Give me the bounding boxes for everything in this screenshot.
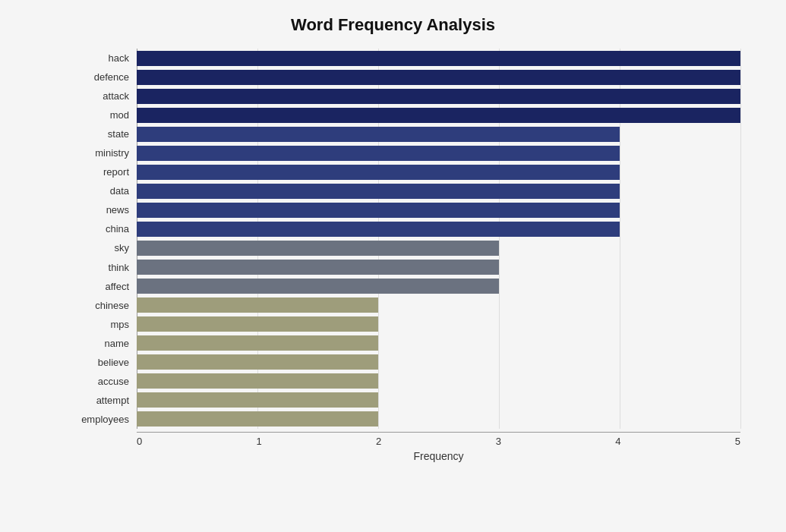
bar-fill-data	[137, 184, 620, 199]
bar-track-china	[137, 222, 740, 237]
x-tick-1: 1	[257, 436, 262, 447]
bar-track-name	[137, 335, 740, 351]
bar-label-china: china	[76, 223, 137, 235]
bar-track-hack	[137, 51, 740, 66]
bar-row-news: news	[137, 200, 740, 219]
bar-row-attack: attack	[137, 87, 740, 105]
bar-label-defence: defence	[76, 71, 137, 83]
bar-row-believe: believe	[137, 353, 740, 372]
bar-fill-mps	[137, 316, 378, 332]
bar-track-state	[137, 127, 740, 142]
bar-track-data	[137, 184, 740, 199]
bar-row-state: state	[137, 124, 740, 143]
bar-fill-employees	[137, 411, 378, 427]
bar-label-attempt: attempt	[76, 395, 137, 406]
bar-fill-ministry	[137, 146, 620, 161]
bar-fill-chinese	[137, 297, 378, 313]
bar-row-report: report	[137, 162, 740, 181]
bar-row-data: data	[137, 181, 740, 200]
bar-label-hack: hack	[76, 52, 137, 64]
bar-label-sky: sky	[76, 242, 137, 253]
bar-track-attack	[137, 89, 740, 104]
bar-track-chinese	[137, 297, 740, 313]
bar-fill-mod	[137, 108, 740, 123]
chart-container: Word Frequency Analysis hackdefenceattac…	[0, 0, 786, 532]
bar-label-data: data	[76, 185, 137, 197]
bar-row-ministry: ministry	[137, 143, 740, 162]
bar-fill-attack	[137, 89, 740, 104]
bar-row-affect: affect	[137, 277, 740, 296]
bar-track-mps	[137, 316, 740, 332]
grid-line-5	[740, 49, 741, 429]
bar-label-report: report	[76, 166, 137, 178]
bar-track-sky	[137, 241, 740, 256]
bar-row-mps: mps	[137, 315, 740, 334]
bar-row-think: think	[137, 258, 740, 277]
bar-row-attempt: attempt	[137, 391, 740, 410]
bar-fill-affect	[137, 279, 499, 294]
bar-label-employees: employees	[76, 414, 137, 425]
bar-track-ministry	[137, 146, 740, 161]
bar-row-employees: employees	[137, 410, 740, 429]
bar-label-affect: affect	[76, 281, 137, 292]
bar-track-employees	[137, 411, 740, 427]
x-tick-0: 0	[137, 436, 142, 447]
bar-label-mps: mps	[76, 319, 137, 330]
bar-track-believe	[137, 354, 740, 370]
bar-fill-state	[137, 127, 620, 142]
bar-label-think: think	[76, 262, 137, 273]
bar-label-accuse: accuse	[76, 376, 137, 387]
bar-fill-china	[137, 222, 620, 237]
bar-row-defence: defence	[137, 68, 740, 87]
bar-track-attempt	[137, 392, 740, 408]
bar-track-affect	[137, 279, 740, 294]
x-tick-4: 4	[615, 436, 620, 447]
bar-label-ministry: ministry	[76, 147, 137, 159]
bar-track-news	[137, 203, 740, 218]
bar-track-defence	[137, 70, 740, 85]
bar-row-hack: hack	[137, 49, 740, 68]
x-tick-2: 2	[376, 436, 381, 447]
bar-track-report	[137, 165, 740, 180]
bar-row-china: china	[137, 219, 740, 238]
bar-fill-attempt	[137, 392, 378, 408]
x-tick-3: 3	[496, 436, 501, 447]
bar-label-state: state	[76, 128, 137, 140]
chart-title: Word Frequency Analysis	[46, 15, 740, 35]
bar-fill-name	[137, 335, 378, 351]
bar-row-chinese: chinese	[137, 296, 740, 315]
bar-fill-hack	[137, 51, 740, 66]
bar-row-accuse: accuse	[137, 372, 740, 391]
bar-row-sky: sky	[137, 238, 740, 257]
bar-fill-report	[137, 165, 620, 180]
bar-label-news: news	[76, 204, 137, 216]
bar-label-believe: believe	[76, 357, 137, 368]
x-tick-5: 5	[735, 436, 740, 447]
bar-row-name: name	[137, 334, 740, 353]
bar-fill-sky	[137, 241, 499, 256]
bar-fill-believe	[137, 354, 378, 370]
bar-fill-accuse	[137, 373, 378, 389]
bar-fill-news	[137, 203, 620, 218]
bar-track-mod	[137, 108, 740, 123]
x-axis-title: Frequency	[137, 450, 740, 462]
bar-fill-defence	[137, 70, 740, 85]
bar-label-chinese: chinese	[76, 300, 137, 311]
bar-label-attack: attack	[76, 90, 137, 102]
bar-fill-think	[137, 260, 499, 275]
bar-row-mod: mod	[137, 105, 740, 124]
bar-track-think	[137, 260, 740, 275]
bar-label-mod: mod	[76, 109, 137, 121]
bar-track-accuse	[137, 373, 740, 389]
bar-label-name: name	[76, 338, 137, 349]
